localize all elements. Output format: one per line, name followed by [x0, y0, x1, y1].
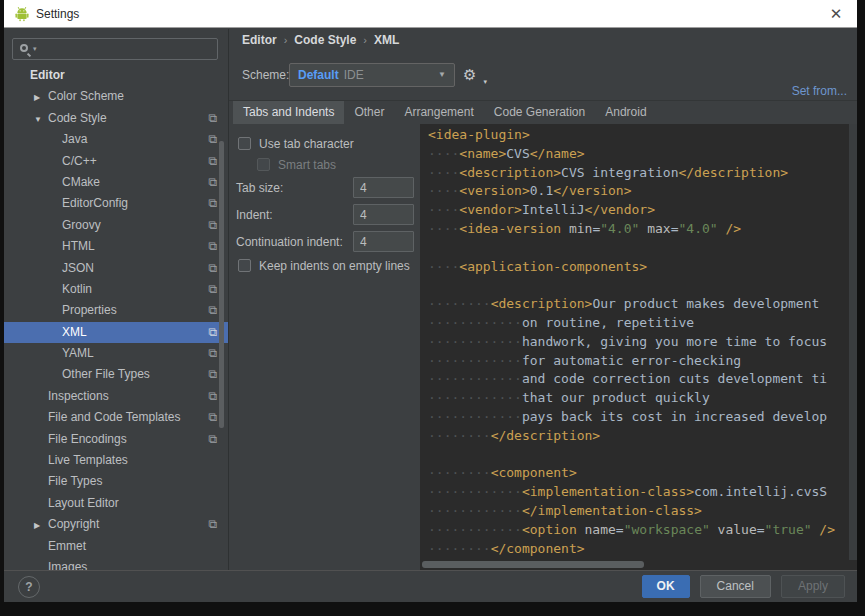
indent-input[interactable] [353, 204, 414, 225]
scheme-suffix: IDE [344, 68, 364, 82]
help-button[interactable]: ? [18, 576, 40, 598]
smart-tabs-checkbox[interactable] [257, 158, 270, 171]
title-bar: Settings ✕ [4, 0, 857, 28]
sidebar-item-label: Live Templates [48, 453, 128, 467]
footer-bar: ? OK Cancel Apply [4, 570, 857, 602]
tab-arrangement[interactable]: Arrangement [394, 101, 483, 124]
code-line: ············and code correction cuts dev… [428, 370, 849, 389]
sidebar-item-layout-editor[interactable]: Layout Editor [4, 493, 228, 514]
sidebar-item-label: YAML [62, 346, 94, 360]
search-history-caret-icon[interactable]: ▾ [33, 45, 37, 53]
tab-code-generation[interactable]: Code Generation [484, 101, 595, 124]
keep-indents-checkbox[interactable] [238, 259, 251, 272]
close-icon[interactable]: ✕ [821, 2, 851, 26]
code-line: ············pays back its cost in increa… [428, 408, 849, 427]
sidebar-item-copyright[interactable]: ▶Copyright⧉ [4, 514, 228, 535]
chevron-down-icon[interactable]: ▼ [34, 109, 48, 130]
sidebar-item-label: Groovy [62, 218, 101, 232]
sidebar-item-cmake[interactable]: CMake⧉ [4, 172, 228, 193]
sidebar-item-properties[interactable]: Properties⧉ [4, 300, 228, 321]
tab-size-input[interactable] [353, 177, 414, 198]
sidebar-item-inspections[interactable]: Inspections⧉ [4, 386, 228, 407]
code-line [428, 446, 849, 465]
keep-indents-label: Keep indents on empty lines [259, 259, 410, 273]
sidebar-item-live-templates[interactable]: Live Templates [4, 450, 228, 471]
use-tab-character-checkbox[interactable] [238, 137, 251, 150]
sidebar-item-label: CMake [62, 175, 100, 189]
sidebar-item-other-file-types[interactable]: Other File Types⧉ [4, 364, 228, 385]
tab-android[interactable]: Android [595, 101, 656, 124]
code-vertical-scrollbar[interactable] [849, 124, 857, 560]
sidebar-item-java[interactable]: Java⧉ [4, 129, 228, 150]
chevron-right-icon[interactable]: ▶ [34, 87, 48, 108]
code-line: ····<description>CVS integration</descri… [428, 164, 849, 183]
tab-other[interactable]: Other [344, 101, 394, 124]
breadcrumb-separator: › [277, 34, 295, 46]
sidebar-item-color-scheme[interactable]: ▶Color Scheme [4, 86, 228, 107]
sidebar-scrollbar[interactable] [219, 141, 224, 428]
sidebar-item-emmet[interactable]: Emmet [4, 536, 228, 557]
sidebar-item-editor[interactable]: Editor [4, 65, 228, 86]
chevron-right-icon[interactable]: ▶ [34, 515, 48, 536]
breadcrumb-item-code-style[interactable]: Code Style [294, 33, 356, 47]
code-line: ············</implementation-class> [428, 502, 849, 521]
breadcrumb-item-xml[interactable]: XML [374, 33, 399, 47]
ok-button[interactable]: OK [642, 575, 690, 598]
gear-icon: ⚙ [463, 66, 476, 83]
indent-label: Indent: [236, 208, 273, 222]
sidebar-item-editorconfig[interactable]: EditorConfig⧉ [4, 193, 228, 214]
sidebar-item-xml[interactable]: XML⧉ [4, 322, 228, 343]
continuation-indent-input[interactable] [353, 231, 414, 252]
sidebar-item-kotlin[interactable]: Kotlin⧉ [4, 279, 228, 300]
copy-scheme-icon: ⧉ [208, 300, 217, 321]
sidebar-item-code-style[interactable]: ▼Code Style⧉ [4, 108, 228, 129]
tab-size-label: Tab size: [236, 181, 283, 195]
scheme-actions-button[interactable]: ⚙ ▾ [463, 65, 485, 85]
sidebar-item-label: Color Scheme [48, 89, 124, 103]
sidebar-item-images[interactable]: Images [4, 557, 228, 570]
search-input[interactable]: ▾ [12, 38, 218, 60]
sidebar-item-json[interactable]: JSON⧉ [4, 258, 228, 279]
copy-scheme-icon: ⧉ [208, 193, 217, 214]
code-line: ····<vendor>IntelliJ</vendor> [428, 201, 849, 220]
scheme-select[interactable]: DefaultIDE ▼ [289, 63, 455, 87]
sidebar-item-label: C/C++ [62, 154, 97, 168]
copy-scheme-icon: ⧉ [208, 215, 217, 236]
sidebar-item-yaml[interactable]: YAML⧉ [4, 343, 228, 364]
scheme-value: Default [298, 68, 339, 82]
cancel-button[interactable]: Cancel [700, 575, 771, 598]
sidebar-item-c-c[interactable]: C/C++⧉ [4, 151, 228, 172]
copy-scheme-icon: ⧉ [208, 364, 217, 385]
code-horizontal-scrollbar[interactable] [422, 561, 644, 568]
sidebar-item-file-types[interactable]: File Types [4, 471, 228, 492]
android-studio-icon [14, 6, 30, 22]
sidebar-item-html[interactable]: HTML⧉ [4, 236, 228, 257]
sidebar-item-label: EditorConfig [62, 196, 128, 210]
gear-caret-icon: ▾ [483, 78, 487, 86]
tab-tabs-and-indents[interactable]: Tabs and Indents [233, 101, 344, 124]
apply-button[interactable]: Apply [781, 575, 845, 598]
breadcrumb: Editor›Code Style›XML [242, 33, 399, 47]
breadcrumb-item-editor[interactable]: Editor [242, 33, 277, 47]
use-tab-character-label: Use tab character [259, 137, 354, 151]
sidebar-item-file-encodings[interactable]: File Encodings⧉ [4, 429, 228, 450]
code-line: ············that our product quickly [428, 389, 849, 408]
copy-scheme-icon: ⧉ [208, 258, 217, 279]
sidebar-item-label: Images [48, 560, 87, 570]
sidebar-item-file-and-code-templates[interactable]: File and Code Templates⧉ [4, 407, 228, 428]
code-line: ········</component> [428, 540, 849, 559]
code-line: ············for automatic error-checking [428, 352, 849, 371]
sidebar-item-label: HTML [62, 239, 95, 253]
sidebar-item-groovy[interactable]: Groovy⧉ [4, 215, 228, 236]
code-line: ············<option name="workspace" val… [428, 521, 849, 540]
sidebar-item-label: Java [62, 132, 87, 146]
code-line: ····<application-components> [428, 258, 849, 277]
copy-scheme-icon: ⧉ [208, 343, 217, 364]
code-line: ····<idea-version min="4.0" max="4.0" /> [428, 220, 849, 239]
window-title: Settings [36, 7, 79, 21]
sidebar-item-label: Other File Types [62, 367, 150, 381]
copy-scheme-icon: ⧉ [208, 514, 217, 535]
code-line: ············<implementation-class>com.in… [428, 483, 849, 502]
set-from-link[interactable]: Set from... [792, 84, 847, 98]
code-preview: <idea-plugin>····<name>CVS</name>····<de… [420, 124, 857, 570]
